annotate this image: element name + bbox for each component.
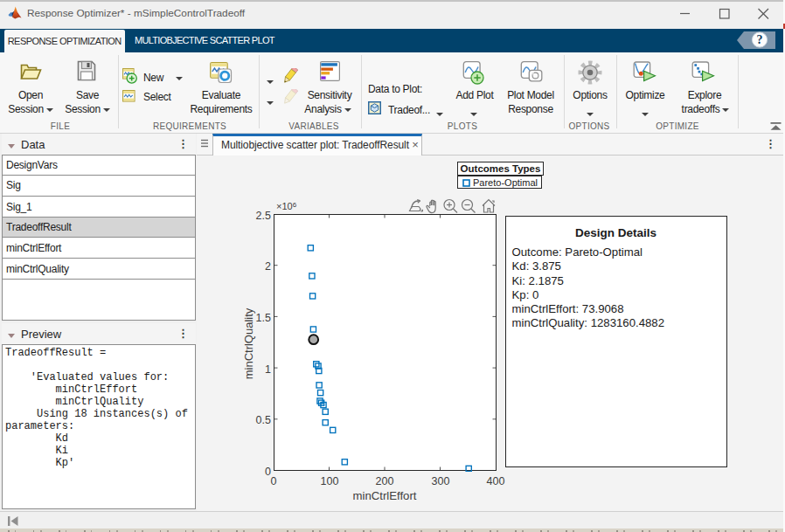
svg-text:?: ? — [757, 33, 763, 46]
